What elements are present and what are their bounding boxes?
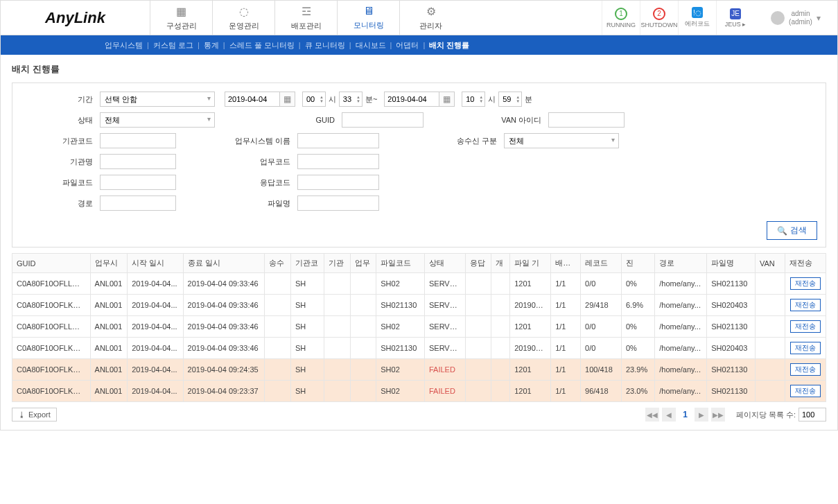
nav-tab-배포관리[interactable]: ☲배포관리 [274, 1, 337, 35]
column-header[interactable]: GUID [12, 254, 91, 273]
to-min-spin[interactable]: ▲▼ [498, 92, 522, 107]
txrx-select[interactable] [504, 133, 619, 148]
subnav-item[interactable]: 배치 진행률 [429, 40, 469, 51]
subnav-item[interactable]: 커스텀 로그 [153, 40, 193, 51]
cell-biz: ANL001 [90, 381, 128, 402]
subnav-item[interactable]: 통계 [204, 40, 219, 51]
pager: ◀◀ ◀ 1 ▶ ▶▶ 페이지당 목록 수: [645, 408, 826, 422]
from-date-input[interactable] [225, 92, 280, 107]
column-header[interactable]: VAN [755, 254, 785, 273]
table-row[interactable]: C0A80F10OFLLGPC...ANL0012019-04-04...201… [12, 316, 826, 338]
from-hour-spin[interactable]: ▲▼ [302, 92, 326, 107]
column-header[interactable]: 경로 [655, 254, 707, 273]
cell-resend: 재전송 [785, 338, 826, 359]
guid-input[interactable] [342, 112, 424, 128]
cell-end: 2019-04-04 09:33:46 [183, 316, 265, 338]
cell-inst: SH [291, 273, 324, 295]
vanid-input[interactable] [548, 112, 625, 128]
nav-tab-관리자[interactable]: ⚙관리자 [399, 1, 462, 35]
column-header[interactable]: 상태 [424, 254, 465, 273]
column-header[interactable]: 레코드 [581, 254, 622, 273]
column-header[interactable]: 송수 [265, 254, 291, 273]
resend-button[interactable]: 재전송 [790, 363, 821, 376]
page-last-button[interactable]: ▶▶ [711, 408, 725, 422]
resp-code-input[interactable] [297, 175, 379, 190]
inst-code-input[interactable] [100, 133, 176, 148]
search-button[interactable]: 🔍 검색 [767, 221, 817, 240]
path-input[interactable] [100, 195, 176, 211]
resend-button[interactable]: 재전송 [790, 385, 821, 397]
table-row[interactable]: C0A80F10OFLKNO...ANL0012019-04-04...2019… [12, 338, 826, 359]
biz-name-input[interactable] [297, 133, 379, 148]
page-first-button[interactable]: ◀◀ [645, 408, 659, 422]
page-next-button[interactable]: ▶ [695, 408, 708, 422]
cell-end: 2019-04-04 09:24:35 [183, 359, 265, 381]
inst-name-input[interactable] [100, 154, 176, 169]
to-date-input[interactable] [384, 92, 439, 107]
column-header[interactable]: 파일코드 [376, 254, 425, 273]
subnav-item[interactable]: 어댑터 [396, 40, 419, 51]
table-row[interactable]: C0A80F10OFLLGPC...ANL0012019-04-04...201… [12, 273, 826, 295]
resend-button[interactable]: 재전송 [790, 299, 821, 311]
column-header[interactable]: 개 [491, 254, 510, 273]
nav-tab-모니터링[interactable]: 🖥모니터링 [337, 1, 399, 35]
column-header[interactable]: 파일 기 [510, 254, 551, 273]
column-header[interactable]: 기관코 [291, 254, 324, 273]
cell-instn [324, 316, 351, 338]
filename-input[interactable] [297, 195, 379, 211]
cell-inst: SH [291, 295, 324, 316]
status-select[interactable] [100, 112, 215, 128]
cell-start: 2019-04-04... [128, 338, 183, 359]
subnav-item[interactable]: 대시보드 [356, 40, 386, 51]
column-header[interactable]: 재전송 [785, 254, 826, 273]
user-menu[interactable]: admin (admin) ▾ [754, 1, 837, 35]
column-header[interactable]: 업무시 [90, 254, 128, 273]
path-label: 경로 [22, 198, 100, 209]
calendar-icon[interactable]: ▦ [439, 92, 455, 107]
to-hour-spin[interactable]: ▲▼ [462, 92, 485, 107]
calendar-icon[interactable]: ▦ [280, 92, 295, 107]
column-header[interactable]: 진 [622, 254, 655, 273]
subnav-item[interactable]: 스레드 풀 모니터링 [229, 40, 295, 51]
column-header[interactable]: 종료 일시 [183, 254, 265, 273]
cell-batch: 1/1 [551, 381, 581, 402]
biz-name-label: 업무시스템 이름 [176, 136, 297, 146]
cell-status: FAILED [424, 359, 465, 381]
export-label: Export [28, 410, 51, 419]
file-code-input[interactable] [100, 175, 176, 190]
cell-van [755, 316, 785, 338]
column-header[interactable]: 업무 [350, 254, 376, 273]
export-button[interactable]: ⭳ Export [12, 408, 57, 422]
nav-tab-구성관리[interactable]: ▦구성관리 [150, 1, 212, 35]
column-header[interactable]: 시작 일시 [128, 254, 183, 273]
resend-button[interactable]: 재전송 [790, 342, 821, 354]
column-header[interactable]: 파일명 [707, 254, 756, 273]
column-header[interactable]: 배치건 [551, 254, 581, 273]
cell-size: 1201 [510, 316, 551, 338]
page-prev-button[interactable]: ◀ [662, 408, 676, 422]
from-min-spin[interactable]: ▲▼ [339, 92, 363, 107]
period-select[interactable] [100, 92, 215, 107]
status-running[interactable]: 1 RUNNING [602, 1, 640, 35]
cell-bizc [350, 295, 376, 316]
subnav-item[interactable]: 큐 모니터링 [305, 40, 345, 51]
table-row[interactable]: C0A80F10OFLKAKB...ANL0012019-04-04...201… [12, 295, 826, 316]
status-jeus[interactable]: JE JEUS ▸ [716, 1, 754, 35]
cell-cnt [491, 316, 510, 338]
download-icon: ⭳ [18, 410, 26, 419]
cell-resend: 재전송 [785, 273, 826, 295]
column-header[interactable]: 기관 [324, 254, 351, 273]
status-shutdown[interactable]: 2 SHUTDOWN [640, 1, 678, 35]
page-size-input[interactable] [798, 408, 826, 422]
cell-prog: 23.0% [622, 381, 655, 402]
nav-tab-운영관리[interactable]: ◌운영관리 [212, 1, 274, 35]
shutdown-count-circle: 2 [653, 8, 665, 20]
table-row[interactable]: C0A80F10OFLKNO...ANL0012019-04-04...2019… [12, 359, 826, 381]
column-header[interactable]: 응답 [465, 254, 491, 273]
resend-button[interactable]: 재전송 [790, 320, 821, 333]
subnav-item[interactable]: 업무시스템 [105, 40, 143, 51]
table-row[interactable]: C0A80F10OFLKAJO...ANL0012019-04-04...201… [12, 381, 826, 402]
biz-code-input[interactable] [297, 154, 379, 169]
resend-button[interactable]: 재전송 [790, 277, 821, 290]
status-errcode[interactable]: !◌ 에러코드 [678, 1, 716, 35]
